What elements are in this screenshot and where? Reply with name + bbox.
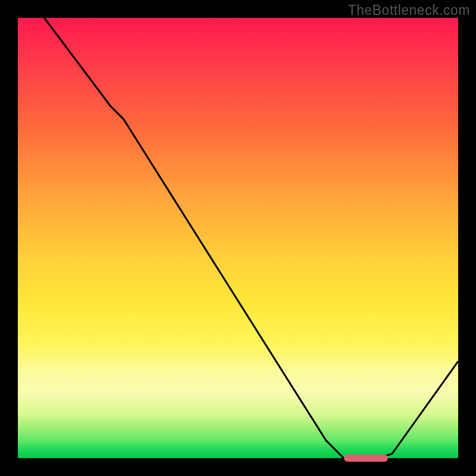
curve-path [18,18,458,458]
bottleneck-curve [18,18,458,458]
watermark-text: TheBottleneck.com [348,2,470,18]
chart-frame: TheBottleneck.com [0,0,476,476]
optimal-range-marker [344,455,388,462]
